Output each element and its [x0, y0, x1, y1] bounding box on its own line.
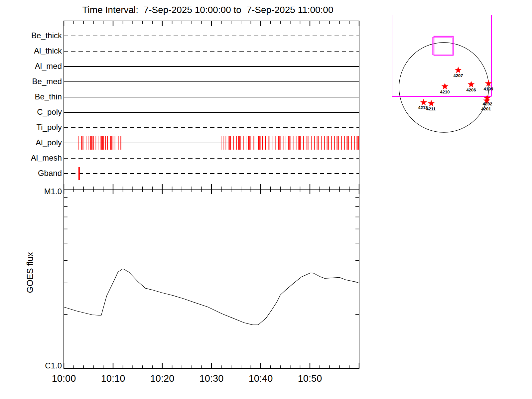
active-region-star-4207 [455, 66, 462, 73]
time-tick-label-10-30: 10:30 [200, 373, 224, 384]
active-region-label-4207: 4207 [454, 73, 463, 78]
filter-row-label-al_med: Al_med [5, 62, 62, 71]
active-region-label-4213: 4213 [418, 105, 428, 110]
filter-row-label-be_med: Be_med [5, 77, 62, 86]
filter-row-label-c_poly: C_poly [5, 107, 62, 117]
active-region-label-4202: 4202 [483, 101, 492, 106]
time-tick-label-10-40: 10:40 [249, 373, 273, 384]
goes-ymax-label: M1.0 [5, 187, 62, 196]
filter-row-label-be_thick: Be_thick [5, 31, 62, 40]
time-tick-label-10-00: 10:00 [52, 373, 76, 384]
goes-ymin-label: C1.0 [5, 361, 62, 370]
time-tick-label-10-20: 10:20 [150, 373, 175, 384]
filter-row-label-gband: Gband [5, 169, 62, 178]
active-region-label-4201: 4201 [481, 106, 491, 111]
active-region-star-4210 [442, 83, 449, 89]
time-tick-label-10-50: 10:50 [298, 373, 322, 384]
active-region-star-4213 [420, 99, 427, 105]
filter-row-label-be_thin: Be_thin [5, 92, 62, 101]
time-tick-label-10-10: 10:10 [101, 373, 125, 384]
active-region-star-4199 [485, 80, 492, 86]
goes-flux-axis-label: GOES flux [25, 252, 35, 293]
active-region-star-4206 [468, 81, 475, 87]
filter-row-label-al_mesh: Al_mesh [5, 153, 62, 163]
filter-row-label-al_poly: Al_poly [5, 138, 62, 147]
active-region-label-4210: 4210 [440, 89, 450, 94]
active-region-label-4206: 4206 [466, 87, 476, 92]
filter-row-label-al_thick: Al_thick [5, 46, 62, 56]
plot-canvas [0, 0, 532, 399]
filter-row-label-ti_poly: Ti_poly [5, 123, 62, 132]
active-region-label-4199: 4199 [484, 86, 493, 91]
xrt-goes-timeline-screenshot: Time Interval: 7-Sep-2025 10:00:00 to 7-… [0, 0, 532, 399]
active-region-star-4211 [428, 100, 435, 106]
